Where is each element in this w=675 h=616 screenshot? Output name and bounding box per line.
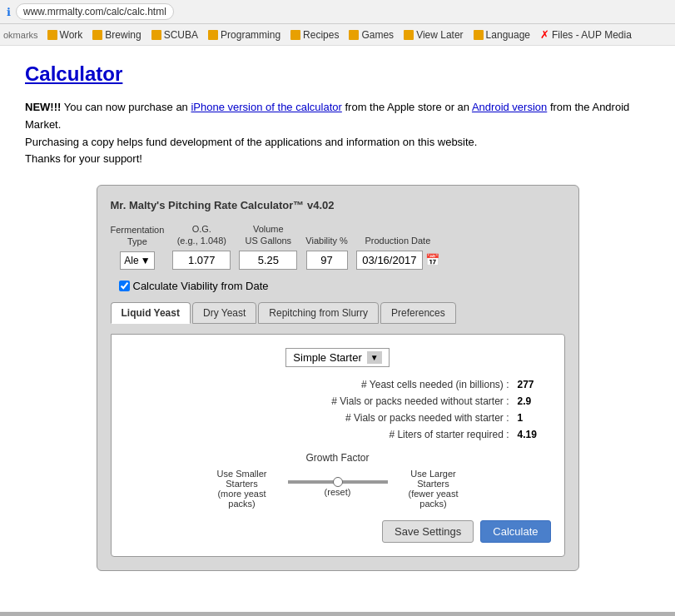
tab-dry-yeast[interactable]: Dry Yeast [192,302,256,324]
bookmark-divider-icon: ✗ [540,28,549,41]
bookmarks-label: okmarks [3,30,38,40]
bookmark-language[interactable]: Language [469,27,534,42]
bookmark-view-later[interactable]: View Later [400,27,467,42]
volume-group: Volume US Gallons [239,223,297,270]
viability-input[interactable] [306,251,348,270]
bookmark-icon [208,30,218,40]
result-value-1: 277 [518,379,551,390]
production-date-input[interactable] [356,251,423,270]
fermentation-type-label: Fermentation Type [111,224,165,248]
tab-repitching[interactable]: Repitching from Slurry [258,302,379,324]
starter-select[interactable]: Simple Starter ▼ [285,348,389,367]
viability-label: Viability % [305,235,348,246]
slider-left-label: Use Smaller Starters (more yeast packs) [205,469,280,509]
slider-thumb[interactable] [333,477,343,487]
slider-track[interactable] [288,480,388,484]
dropdown-arrow-icon: ▼ [141,255,151,266]
bookmark-icon [474,30,484,40]
intro-text5: Thanks for your support! [25,151,650,168]
result-row-1: # Yeast cells needed (in billions) : 277 [125,379,551,390]
tab-liquid-yeast[interactable]: Liquid Yeast [111,302,191,324]
bookmark-icon [349,30,359,40]
info-icon: ℹ [7,6,11,18]
og-group: O.G. (e.g., 1.048) [172,223,231,270]
inputs-row: Fermentation Type Ale ▼ O.G. (e.g., 1.04… [111,223,565,270]
address-bar: ℹ www.mrmalty.com/calc/calc.html [0,0,675,24]
viability-checkbox-row: Calculate Viability from Date [119,280,565,292]
bookmark-brewing[interactable]: Brewing [88,27,145,42]
intro-section: NEW!!! You can now purchase an iPhone ve… [25,99,650,168]
bookmark-icon [290,30,300,40]
fermentation-type-select[interactable]: Ale ▼ [120,251,154,270]
result-row-4: # Liters of starter required : 4.19 [125,429,551,440]
calculator-title: Mr. Malty's Pitching Rate Calculator™ v4… [111,199,565,211]
viability-group: Viability % [305,235,348,269]
bookmark-icon [404,30,414,40]
page-content: Calculator NEW!!! You can now purchase a… [0,46,675,612]
bookmark-work[interactable]: Work [43,27,87,42]
result-label-2: # Vials or packs needed without starter … [331,395,509,407]
url-field[interactable]: www.mrmalty.com/calc/calc.html [16,3,174,20]
volume-input[interactable] [239,251,297,270]
starter-dropdown-arrow-icon: ▼ [367,351,382,364]
result-value-2: 2.9 [518,395,551,407]
slider-right-label: Use Larger Starters (fewer yeast packs) [396,469,471,509]
slider-reset[interactable]: (reset) [325,487,351,497]
result-value-3: 1 [518,412,551,424]
bookmark-recipes[interactable]: Recipes [286,27,343,42]
bookmark-programming[interactable]: Programming [204,27,285,42]
starter-row: Simple Starter ▼ [125,348,551,367]
result-value-4: 4.19 [518,429,551,440]
result-row-3: # Vials or packs needed with starter : 1 [125,412,551,424]
new-badge: NEW!!! [25,101,61,113]
bookmark-icon [47,30,57,40]
bookmark-icon [151,30,161,40]
result-label-4: # Liters of starter required : [389,429,509,440]
intro-text2: from the Apple store or an [342,101,472,113]
result-label-3: # Vials or packs needed with starter : [345,412,509,424]
production-date-label: Production Date [365,235,430,246]
bookmarks-bar: okmarks Work Brewing SCUBA Programming R… [0,24,675,46]
calculate-button[interactable]: Calculate [480,520,550,543]
growth-factor-section: Growth Factor Use Smaller Starters (more… [125,452,551,509]
result-label-1: # Yeast cells needed (in billions) : [361,379,509,390]
calendar-icon[interactable]: 📅 [425,253,439,266]
bookmark-scuba[interactable]: SCUBA [147,27,202,42]
intro-text4: Purchasing a copy helps fund development… [25,134,650,152]
tab-preferences[interactable]: Preferences [380,302,456,324]
prod-date-container: 📅 [356,251,439,270]
buttons-row: Save Settings Calculate [125,520,551,543]
bookmark-icon [92,30,102,40]
result-row-2: # Vials or packs needed without starter … [125,395,551,407]
volume-label: Volume US Gallons [245,223,291,247]
tabs-row: Liquid Yeast Dry Yeast Repitching from S… [111,302,565,324]
calculator-panel: Mr. Malty's Pitching Rate Calculator™ v4… [97,185,579,571]
bookmark-files[interactable]: ✗ Files - AUP Media [536,27,636,42]
slider-container: (reset) [288,480,388,497]
bookmark-games[interactable]: Games [345,27,398,42]
calc-viability-checkbox-area: Calculate Viability from Date [119,280,269,292]
slider-row: Use Smaller Starters (more yeast packs) … [125,469,551,509]
calc-viability-checkbox[interactable] [119,281,130,291]
iphone-link[interactable]: iPhone version of the calculator [191,101,341,113]
calc-viability-label: Calculate Viability from Date [133,280,269,292]
intro-text1: You can now purchase an [61,101,191,113]
tab-content-liquid-yeast: Simple Starter ▼ # Yeast cells needed (i… [111,334,565,557]
growth-factor-label: Growth Factor [125,452,551,464]
calc-results: # Yeast cells needed (in billions) : 277… [125,379,551,440]
og-label: O.G. (e.g., 1.048) [177,223,226,247]
android-link[interactable]: Android version [472,101,547,113]
og-input[interactable] [172,251,231,270]
page-title[interactable]: Calculator [25,62,122,86]
save-settings-button[interactable]: Save Settings [382,520,474,543]
production-date-group: Production Date 📅 [356,235,439,269]
fermentation-type-group: Fermentation Type Ale ▼ [111,224,165,270]
